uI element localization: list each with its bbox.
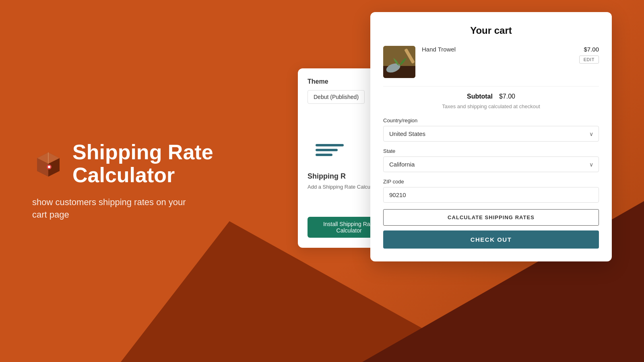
product-name: Hand Trowel [422, 46, 456, 53]
main-cart-card: Your cart Hand Trowel [370, 12, 612, 261]
product-price-area: $7.00 EDIT [579, 46, 599, 64]
subtotal-label: Subtotal [467, 93, 493, 100]
product-price: $7.00 [584, 46, 599, 53]
state-form-group: State California [383, 148, 599, 172]
country-form-group: Country/region United States [383, 117, 599, 142]
edit-button[interactable]: EDIT [579, 56, 599, 64]
country-select-wrapper: United States [383, 126, 599, 142]
trowel-svg [383, 46, 415, 78]
country-select[interactable]: United States [383, 126, 599, 142]
state-label: State [383, 148, 599, 154]
app-subtitle: show customers shipping rates on your ca… [32, 196, 201, 221]
svg-rect-17 [316, 149, 338, 151]
lines-decoration [316, 144, 344, 158]
product-image [383, 46, 415, 78]
svg-rect-18 [316, 154, 332, 156]
state-select[interactable]: California [383, 156, 599, 172]
tax-note: Taxes and shipping calculated at checkou… [383, 103, 599, 109]
logo-area: Shipping Rate Calculator [32, 141, 213, 187]
zip-label: ZIP code [383, 179, 599, 185]
svg-rect-16 [316, 144, 344, 146]
product-info: Hand Trowel $7.00 EDIT [422, 46, 599, 64]
app-title: Shipping Rate Calculator [72, 141, 213, 187]
country-label: Country/region [383, 117, 599, 123]
zip-form-group: ZIP code [383, 179, 599, 203]
theme-select-button[interactable]: Debut (Published) [308, 90, 365, 104]
cards-area: Theme Debut (Published) [322, 12, 612, 261]
svg-point-5 [48, 166, 50, 168]
subtotal-row: Subtotal $7.00 [383, 86, 599, 103]
subtotal-value: $7.00 [499, 93, 515, 100]
zip-input[interactable] [383, 187, 599, 203]
app-logo-icon [32, 148, 64, 180]
calculate-shipping-button[interactable]: CALCULATE SHIPPING RATES [383, 209, 599, 226]
state-select-wrapper: California [383, 156, 599, 172]
checkout-button[interactable]: CHECK OUT [383, 230, 599, 249]
product-row: Hand Trowel $7.00 EDIT [383, 46, 599, 86]
cart-title: Your cart [383, 25, 599, 36]
left-section: Shipping Rate Calculator show customers … [32, 141, 213, 221]
